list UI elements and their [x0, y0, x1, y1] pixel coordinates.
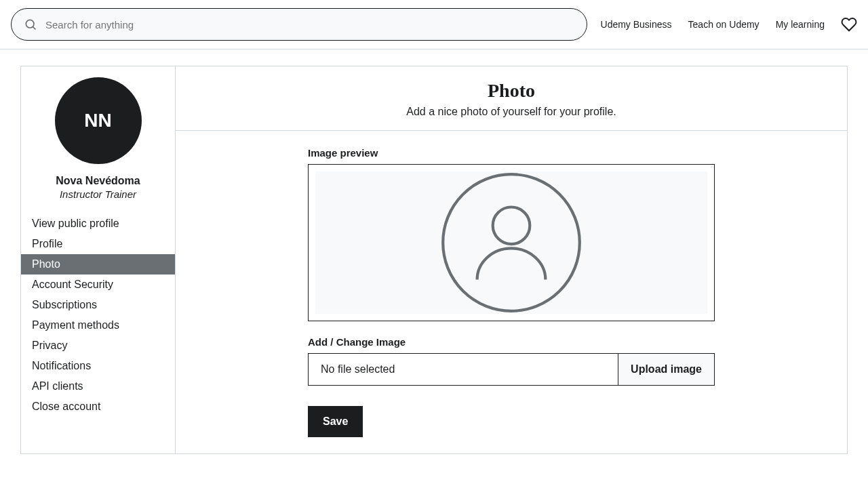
nav-photo[interactable]: Photo — [21, 254, 175, 274]
preview-label: Image preview — [308, 147, 715, 159]
svg-point-3 — [493, 207, 530, 245]
svg-point-0 — [26, 20, 34, 28]
file-row: No file selected Upload image — [308, 353, 715, 386]
main-header: Photo Add a nice photo of yourself for y… — [176, 66, 847, 131]
nav-privacy[interactable]: Privacy — [21, 336, 175, 356]
main-panel: Photo Add a nice photo of yourself for y… — [176, 66, 847, 453]
upload-button[interactable]: Upload image — [618, 354, 714, 385]
file-status: No file selected — [309, 354, 618, 385]
heart-icon[interactable] — [841, 16, 857, 33]
user-name: Nova Nevédoma — [21, 175, 175, 187]
search-input[interactable] — [45, 19, 574, 30]
nav-view-public-profile[interactable]: View public profile — [21, 214, 175, 234]
svg-line-1 — [33, 26, 35, 29]
link-business[interactable]: Udemy Business — [601, 19, 672, 30]
nav-profile[interactable]: Profile — [21, 234, 175, 254]
nav-subscriptions[interactable]: Subscriptions — [21, 295, 175, 315]
user-placeholder-icon — [440, 171, 583, 314]
link-learning[interactable]: My learning — [776, 19, 825, 30]
content-container: NN Nova Nevédoma Instructor Trainer View… — [20, 66, 848, 454]
avatar: NN — [55, 77, 142, 164]
nav-notifications[interactable]: Notifications — [21, 356, 175, 376]
page-title: Photo — [176, 80, 847, 102]
user-role: Instructor Trainer — [21, 188, 175, 200]
search-bar[interactable] — [11, 8, 587, 41]
nav-payment-methods[interactable]: Payment methods — [21, 315, 175, 336]
nav-account-security[interactable]: Account Security — [21, 274, 175, 295]
top-header: Udemy Business Teach on Udemy My learnin… — [0, 0, 868, 49]
preview-placeholder — [315, 171, 707, 314]
nav-api-clients[interactable]: API clients — [21, 376, 175, 396]
page-subtitle: Add a nice photo of yourself for your pr… — [176, 106, 847, 118]
image-preview — [308, 164, 715, 321]
save-button[interactable]: Save — [308, 406, 363, 437]
avatar-initials: NN — [84, 110, 111, 131]
header-links: Udemy Business Teach on Udemy My learnin… — [601, 16, 857, 33]
link-teach[interactable]: Teach on Udemy — [688, 19, 760, 30]
sidebar: NN Nova Nevédoma Instructor Trainer View… — [21, 66, 176, 453]
change-label: Add / Change Image — [308, 336, 715, 348]
search-icon — [24, 18, 37, 31]
main-body: Image preview Add / Change Image No file… — [294, 147, 728, 437]
nav-close-account[interactable]: Close account — [21, 396, 175, 417]
